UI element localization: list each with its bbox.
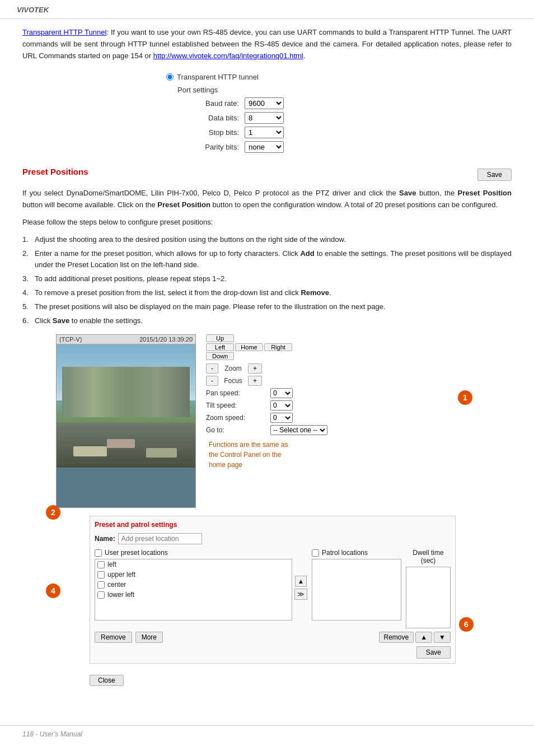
item-left-label: left [107,561,116,568]
expand-arrow-btn[interactable]: ≫ [294,589,307,600]
step-4-text: To remove a preset position from the lis… [35,287,512,299]
stop-bits-label: Stop bits: [189,128,239,137]
zoom-speed-select[interactable]: 012 [270,413,293,423]
preset-patrol-panel: Preset and patrol settings Name: User pr… [90,516,456,664]
close-row: Close [56,669,489,692]
list-item: left [95,559,292,570]
item-upperleft-label: upper left [107,571,135,578]
scroll-up-arrow[interactable]: ▲ [295,576,307,587]
tunnel-radio[interactable] [166,73,174,81]
zoom-plus-button[interactable]: + [248,363,262,374]
item-lowerleft-checkbox[interactable] [97,591,105,599]
functions-note: Functions are the same as the Control Pa… [209,440,288,470]
car-2 [107,439,135,448]
preset-save-row: Save [95,646,451,659]
zoom-minus-button[interactable]: - [206,363,218,374]
close-button[interactable]: Close [90,675,124,686]
step-4-num: 4. [22,287,35,299]
zoom-speed-row: Zoom speed: 012 [206,413,293,423]
pan-speed-select[interactable]: 012 [270,388,293,398]
preset-para2: Please follow the steps below to configu… [22,217,512,228]
patrol-col: Patrol locations [312,549,401,628]
item-lowerleft-label: lower left [107,591,134,599]
goto-select[interactable]: -- Select one -- [270,425,327,435]
step-3-num: 3. [22,273,35,285]
patrol-up-button[interactable]: ▲ [415,632,432,643]
tilt-speed-select[interactable]: 012 [270,400,293,410]
tilt-speed-row: Tilt speed: 012 [206,400,293,410]
dwell-col: Dwell time (sec) [406,549,451,628]
baud-rate-row: Baud rate: 9600 4800 19200 38400 [189,97,368,109]
step-6: 6. Click Save to enable the settings. [22,315,512,327]
footer: 118 - User's Manual [0,725,534,743]
step-2: 2. Enter a name for the preset position,… [22,248,512,272]
patrol-remove-button[interactable]: Remove [379,632,414,643]
tunnel-radio-label: Transparent HTTP tunnel [177,73,259,81]
middle-dpad-row: Left Home Right [206,343,292,351]
down-button[interactable]: Down [206,352,234,360]
preset-name-row: Name: [95,533,451,544]
up-button[interactable]: Up [206,334,234,342]
baud-rate-select[interactable]: 9600 4800 19200 38400 [245,97,284,109]
pan-speed-label: Pan speed: [206,389,248,397]
preset-para1: If you select DynaDome/SmartDOME, Lilin … [22,188,512,211]
right-button[interactable]: Right [264,343,292,351]
top-save-button[interactable]: Save [477,169,512,181]
badge-4-label: 4 [51,586,55,595]
dwell-header: Dwell time (sec) [406,549,451,564]
camera-panel: (TCP-V) 2015/1/20 13:39:20 [56,334,196,508]
home-button[interactable]: Home [235,343,263,351]
step-5-text: The preset positions will also be displa… [35,301,512,313]
user-preset-title: User preset locations [105,549,168,557]
user-preset-checkbox[interactable] [95,549,102,557]
ptz-panel: Up Left Home Right Down - Zoom + [206,334,327,470]
preset-save-button[interactable]: Save [416,646,451,659]
cam-top-left: (TCP-V) [59,336,82,343]
left-button[interactable]: Left [206,343,234,351]
item-center-label: center [107,581,126,589]
cam-topbar: (TCP-V) 2015/1/20 13:39:20 [57,335,195,344]
goto-label: Go to: [206,426,248,434]
badge-2-label: 2 [51,508,55,517]
preset-positions-heading: Preset Positions [22,167,88,176]
data-bits-row: Data bits: 8 7 [189,112,368,124]
remove-button[interactable]: Remove [95,632,132,643]
diagram-wrapper: 1 (TCP-V) 2015/1/20 13:39:20 [56,334,489,692]
tunnel-link[interactable]: Transparent HTTP Tunnel [22,28,106,36]
patrol-title: Patrol locations [322,549,368,557]
patrol-list [312,559,401,620]
zoom-row: - Zoom + [206,363,262,374]
header: VIVOTEK [0,0,534,19]
preset-columns: User preset locations left upper left [95,549,451,628]
badge-1-label: 1 [463,393,467,402]
functions-note-line3: home page [209,461,242,469]
parity-bits-label: Parity bits: [189,143,239,151]
focus-minus-button[interactable]: - [206,376,218,386]
badge-6-label: 6 [464,620,469,629]
more-button[interactable]: More [135,632,163,643]
vivotek-link[interactable]: http://www.vivotek.com/faq/integrationq0… [153,52,303,60]
diagram-inner: (TCP-V) 2015/1/20 13:39:20 Up [56,334,489,508]
focus-label: Focus [221,377,246,385]
preset-bottom-row: Remove More Remove ▲ ▼ [95,632,451,643]
tunnel-settings-box: Transparent HTTP tunnel Port settings Ba… [161,69,373,159]
preset-name-label: Name: [95,535,115,543]
patrol-checkbox[interactable] [312,549,319,557]
stop-bits-select[interactable]: 1 2 [245,127,284,138]
item-left-checkbox[interactable] [97,561,105,568]
user-preset-list: left upper left center [95,559,292,620]
item-upperleft-checkbox[interactable] [97,571,105,578]
port-settings-label: Port settings [177,86,368,94]
scroll-arrows: ▲ ≫ [294,576,307,600]
car-1 [73,446,107,456]
step-6-text: Click Save to enable the settings. [35,315,512,327]
baud-rate-label: Baud rate: [189,99,239,108]
down-row: Down [206,352,234,360]
parity-bits-select[interactable]: none odd even [245,141,284,153]
data-bits-select[interactable]: 8 7 [245,112,284,124]
focus-plus-button[interactable]: + [248,376,262,386]
preset-name-input[interactable] [118,533,202,544]
user-preset-header: User preset locations [95,549,307,557]
patrol-down-button[interactable]: ▼ [434,632,451,643]
item-center-checkbox[interactable] [97,581,105,589]
